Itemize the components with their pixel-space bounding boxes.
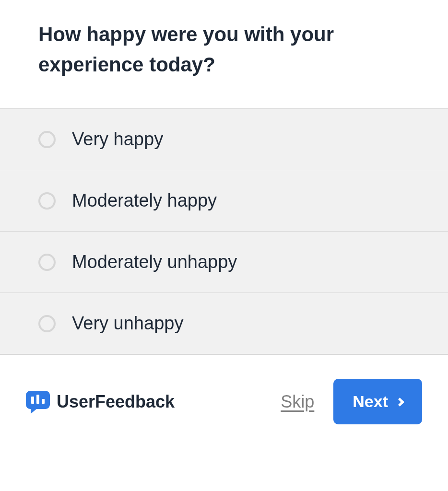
option-very-happy[interactable]: Very happy [0,109,448,170]
question-header: How happy were you with your experience … [0,0,448,108]
brand: UserFeedback [26,390,175,414]
svg-rect-2 [36,395,39,404]
option-very-unhappy[interactable]: Very unhappy [0,293,448,355]
brand-label: UserFeedback [57,392,175,412]
option-moderately-happy[interactable]: Moderately happy [0,170,448,232]
svg-rect-3 [42,399,45,404]
svg-rect-1 [31,397,34,404]
footer: UserFeedback Skip Next [0,355,448,444]
option-label: Very unhappy [72,313,183,334]
option-label: Moderately unhappy [72,252,237,272]
options-list: Very happy Moderately happy Moderately u… [0,108,448,355]
chevron-right-icon [395,397,404,406]
radio-icon [38,315,56,332]
radio-icon [38,192,56,210]
brand-chat-icon [26,390,50,414]
next-button-label: Next [353,392,388,411]
option-moderately-unhappy[interactable]: Moderately unhappy [0,232,448,293]
option-label: Moderately happy [72,190,217,211]
skip-link[interactable]: Skip [281,392,314,412]
footer-actions: Skip Next [281,379,422,424]
option-label: Very happy [72,129,163,150]
radio-icon [38,254,56,271]
next-button[interactable]: Next [333,379,422,424]
radio-icon [38,131,56,148]
question-title: How happy were you with your experience … [38,19,410,80]
